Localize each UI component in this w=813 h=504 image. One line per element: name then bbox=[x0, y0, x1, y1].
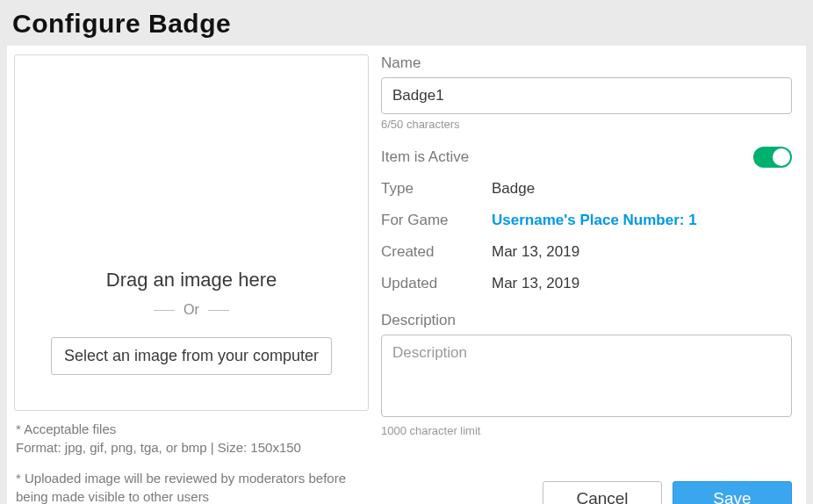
configure-panel: Drag an image here Or Select an image fr… bbox=[7, 46, 806, 504]
page-title: Configure Badge bbox=[12, 9, 801, 39]
active-label: Item is Active bbox=[381, 148, 753, 166]
game-link[interactable]: Username's Place Number: 1 bbox=[492, 212, 697, 229]
type-value: Badge bbox=[492, 180, 535, 198]
description-helper: 1000 character limit bbox=[381, 424, 792, 437]
moderation-hint: * Uploaded image will be reviewed by mod… bbox=[16, 469, 367, 504]
or-text: Or bbox=[183, 302, 199, 318]
name-input[interactable] bbox=[381, 77, 792, 114]
cancel-button[interactable]: Cancel bbox=[543, 481, 662, 504]
updated-value: Mar 13, 2019 bbox=[492, 275, 579, 292]
name-helper: 6/50 characters bbox=[381, 118, 792, 131]
toggle-knob bbox=[773, 148, 790, 166]
name-label: Name bbox=[381, 54, 792, 72]
created-label: Created bbox=[381, 243, 492, 261]
acceptable-files-hint: * Acceptable files Format: jpg, gif, png… bbox=[16, 420, 367, 457]
game-label: For Game bbox=[381, 212, 492, 229]
description-textarea[interactable] bbox=[381, 335, 792, 417]
type-label: Type bbox=[381, 180, 492, 198]
description-label: Description bbox=[381, 312, 792, 329]
drag-image-text: Drag an image here bbox=[106, 269, 277, 292]
hint-label: * Acceptable files bbox=[16, 421, 116, 436]
select-image-button[interactable]: Select an image from your computer bbox=[51, 337, 332, 375]
active-toggle[interactable] bbox=[753, 147, 792, 168]
hint-body: Format: jpg, gif, png, tga, or bmp | Siz… bbox=[16, 440, 301, 455]
or-divider: Or bbox=[154, 302, 229, 318]
updated-label: Updated bbox=[381, 275, 492, 292]
created-value: Mar 13, 2019 bbox=[492, 243, 579, 261]
image-dropzone[interactable]: Drag an image here Or Select an image fr… bbox=[14, 54, 369, 411]
save-button[interactable]: Save bbox=[673, 481, 792, 504]
